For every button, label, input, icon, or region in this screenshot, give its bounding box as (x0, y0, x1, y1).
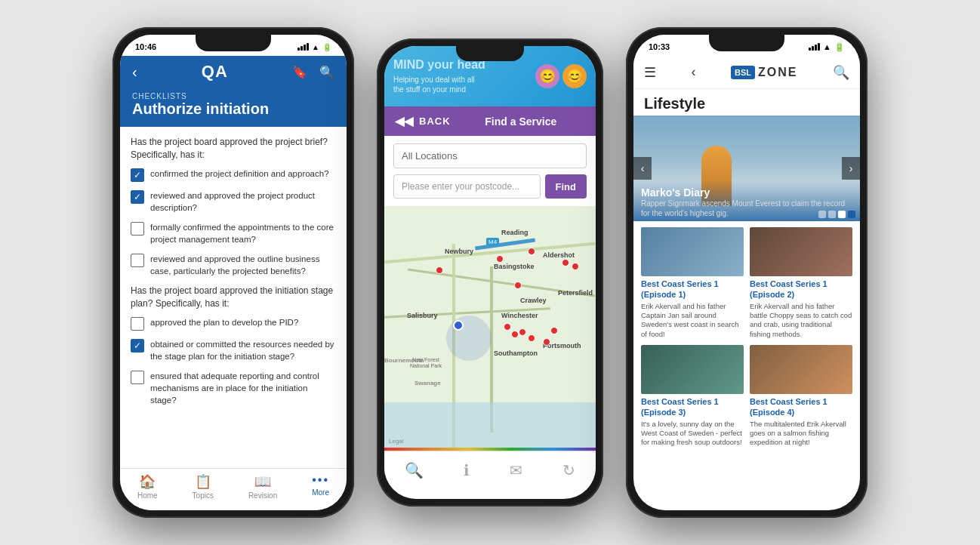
phone-qa-screen: 10:46 ▲ 🔋 ‹ QA 🔖 🔍 (120, 35, 347, 510)
city-swanage: Swanage (414, 380, 441, 386)
bsl-hero-title: Marko's Diary (641, 186, 852, 199)
qa-page-title: Authorize initiation (132, 100, 334, 118)
battery-icon-qa: 🔋 (322, 43, 331, 51)
myh-location-select[interactable]: All Locations (393, 143, 587, 168)
city-aldershot: Aldershot (543, 251, 575, 259)
bsl-logo-text: ZONE (758, 66, 797, 79)
myh-nav-refresh[interactable]: ↻ (562, 461, 575, 479)
qa-checkbox-label-2: reviewed and approved the project produc… (150, 189, 336, 214)
battery-icon-bsl: 🔋 (834, 42, 845, 52)
nav-label-revision: Revision (248, 491, 277, 500)
qa-checkbox-label-4: reviewed and approved the outline busine… (150, 253, 336, 277)
myh-find-service-label: Find a Service (457, 115, 585, 128)
qa-checkbox-item-5[interactable]: approved the plan to develop the PID? (131, 316, 336, 331)
myh-back-bar: ◀◀ BACK Find a Service (384, 106, 596, 136)
nav-item-revision[interactable]: 📖 Revision (248, 473, 277, 506)
bsl-card-4[interactable]: Best Coast Series 1 (Episode 4) The mult… (750, 345, 852, 448)
phone-bsl-screen: 10:33 ▲ 🔋 ☰ ‹ BSL ZO (633, 35, 860, 510)
bookmark-icon[interactable]: 🔖 (292, 65, 307, 79)
myh-bottom-nav: 🔍 ℹ ✉ ↻ (384, 451, 596, 488)
qa-checkbox-3[interactable] (131, 222, 144, 236)
signal-bar-3 (304, 45, 306, 51)
bsl-hero: ‹ › Marko's Diary Rapper Signmark ascend… (633, 115, 860, 221)
qa-checkbox-label-1: confirmed the project definition and app… (150, 168, 329, 180)
dot-2 (828, 211, 836, 218)
bsl-card-3[interactable]: Best Coast Series 1 (Episode 3) It's a l… (641, 345, 744, 448)
qa-logo: QA (202, 62, 228, 82)
qa-checkbox-5[interactable] (131, 317, 144, 331)
wifi-icon-bsl: ▲ (823, 42, 831, 51)
qa-checkbox-item-4[interactable]: reviewed and approved the outline busine… (131, 253, 336, 277)
myh-nav-info[interactable]: ℹ (464, 461, 470, 479)
myh-char-orange: 😊 (562, 64, 587, 88)
bsl-card-1[interactable]: Best Coast Series 1 (Episode 1) Erik Ake… (641, 227, 744, 339)
notch-myh (456, 46, 524, 61)
qa-checkbox-label-3: formally confirmed the appointments to t… (150, 221, 336, 245)
qa-checkbox-item-7[interactable]: ensured that adequate reporting and cont… (131, 370, 336, 406)
qa-checkbox-item-2[interactable]: ✓ reviewed and approved the project prod… (131, 189, 336, 214)
search-icon-qa[interactable]: 🔍 (319, 65, 334, 79)
qa-title-section: CHECKLISTS Authorize initiation (120, 88, 347, 127)
qa-checkbox-item-6[interactable]: ✓ obtained or committed the resources ne… (131, 338, 336, 362)
bsl-page-title: Lifestyle (633, 89, 860, 115)
water-area (384, 402, 596, 448)
wifi-icon-qa: ▲ (312, 43, 319, 51)
myh-postcode-input[interactable]: Please enter your postcode... (393, 174, 541, 199)
myh-map[interactable]: M4 Reading Newbury Basingstoke Aldershot… (384, 206, 596, 448)
bsl-signal-3 (815, 45, 817, 51)
phone-qa: 10:46 ▲ 🔋 ‹ QA 🔖 🔍 (112, 27, 354, 518)
qa-checkbox-item-3[interactable]: formally confirmed the appointments to t… (131, 221, 336, 245)
hero-prev-button[interactable]: ‹ (633, 157, 652, 180)
city-petersfield: Petersfield (558, 289, 593, 297)
city-newbury: Newbury (445, 248, 473, 255)
bsl-card-title-1: Best Coast Series 1 (Episode 1) (641, 279, 744, 300)
search-icon-bsl[interactable]: 🔍 (833, 64, 849, 81)
bsl-signal-2 (812, 46, 814, 51)
nav-label-more: More (312, 488, 329, 497)
city-southampton: Southampton (494, 349, 538, 357)
city-crawley: Crawley (520, 297, 547, 304)
qa-bottom-nav: 🏠 Home 📋 Topics 📖 Revision ••• More (120, 468, 347, 510)
nav-item-home[interactable]: 🏠 Home (137, 473, 158, 506)
phone-myh: MIND your head Helping you deal with all… (377, 38, 603, 507)
status-icons-qa: ▲ 🔋 (297, 43, 331, 51)
myh-banner-subtitle: Helping you deal with allthe stuff on yo… (393, 75, 485, 94)
myh-back-button[interactable]: ◀◀ (395, 114, 413, 128)
map-pin-5 (572, 263, 579, 270)
nav-item-more[interactable]: ••• More (312, 473, 329, 506)
qa-content[interactable]: Has the project board approved the proje… (120, 127, 347, 456)
map-pin-11 (543, 338, 550, 346)
myh-search-row: Please enter your postcode... Find (393, 174, 587, 199)
m4-label: M4 (486, 238, 499, 246)
nav-label-topics: Topics (193, 491, 214, 500)
map-pin-7 (504, 323, 511, 331)
phones-container: 10:46 ▲ 🔋 ‹ QA 🔖 🔍 (97, 12, 883, 533)
map-pin-12 (550, 327, 558, 334)
nav-item-topics[interactable]: 📋 Topics (193, 473, 214, 506)
national-park-label: New ForestNational Park (399, 357, 452, 370)
nav-label-home: Home (137, 491, 158, 500)
qa-checkbox-1[interactable]: ✓ (131, 168, 144, 182)
bsl-back-button[interactable]: ‹ (692, 64, 696, 80)
bsl-card-desc-1: Erik Akervall and his father Captain Jan… (641, 302, 744, 339)
qa-checkbox-7[interactable] (131, 371, 144, 384)
dot-3 (838, 211, 846, 218)
qa-checkbox-2[interactable]: ✓ (131, 190, 144, 204)
qa-checkbox-4[interactable] (131, 254, 144, 267)
bsl-content-grid: Best Coast Series 1 (Episode 1) Erik Ake… (633, 221, 860, 454)
home-icon: 🏠 (139, 473, 156, 490)
hero-next-button[interactable]: › (842, 157, 860, 180)
myh-title-mind: MIND (393, 58, 424, 71)
bsl-signal-1 (809, 48, 811, 51)
qa-back-button[interactable]: ‹ (132, 63, 137, 81)
qa-question-1: Has the project board approved the proje… (131, 136, 336, 162)
bsl-logo-badge: BSL (731, 66, 755, 79)
myh-find-button[interactable]: Find (545, 174, 587, 199)
myh-back-label[interactable]: BACK (419, 115, 451, 127)
qa-checkbox-6[interactable]: ✓ (131, 339, 144, 353)
myh-nav-search[interactable]: 🔍 (405, 461, 424, 479)
menu-icon[interactable]: ☰ (644, 64, 656, 81)
bsl-card-2[interactable]: Best Coast Series 1 (Episode 2) Erik Ake… (750, 227, 852, 339)
myh-nav-mail[interactable]: ✉ (510, 461, 522, 479)
qa-checkbox-item-1[interactable]: ✓ confirmed the project definition and a… (131, 168, 336, 182)
